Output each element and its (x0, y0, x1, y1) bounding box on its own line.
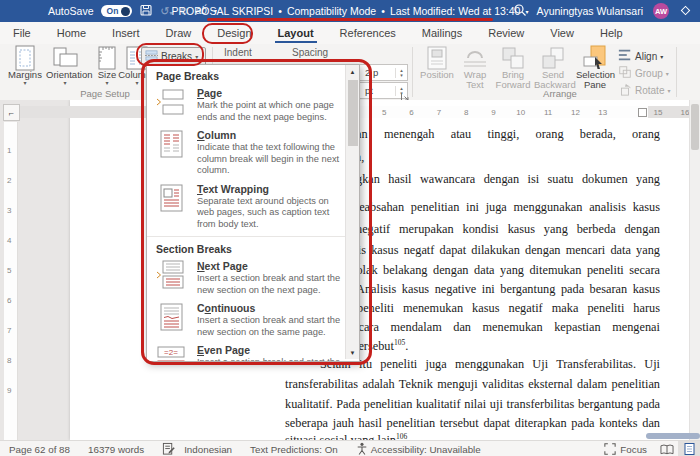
document-line: gkan hasil wawancara dengan isi suatu do… (356, 172, 660, 187)
chevron-down-icon: ▾ (46, 80, 84, 86)
text-wrapping-icon (156, 183, 186, 213)
tab-draw[interactable]: Draw (153, 22, 205, 44)
tab-design[interactable]: Design (204, 22, 264, 44)
focus-button[interactable]: Focus (595, 443, 656, 455)
autosave-toggle[interactable]: On (101, 5, 133, 17)
send-backward-button: Send Backward (534, 46, 572, 90)
title-separator-1: • (278, 5, 282, 17)
breaks-button-label: Breaks (161, 51, 192, 62)
chevron-down-icon: ▾ (6, 80, 44, 86)
redo-icon[interactable]: ↻ (180, 6, 189, 17)
align-icon (618, 48, 632, 64)
print-layout-view-button[interactable] (678, 441, 700, 456)
save-icon[interactable] (139, 3, 153, 19)
menu-item-text-wrapping[interactable]: Text WrappingSeparate text around object… (147, 180, 345, 234)
tab-selector-button[interactable]: ⌐ (3, 104, 20, 121)
selection-pane-icon (576, 46, 614, 70)
spelling-icon[interactable]: ab́ (196, 6, 207, 16)
tab-references[interactable]: References (327, 22, 409, 44)
selection-pane-button[interactable]: Selection Pane (576, 46, 614, 90)
bring-forward-button: Bring Forward (494, 46, 532, 90)
indent-column-label: Indent (224, 47, 252, 58)
group-icon (618, 65, 632, 81)
orientation-icon (46, 46, 84, 70)
menu-item-column[interactable]: ColumnIndicate that the text following t… (147, 126, 345, 180)
tab-review[interactable]: Review (475, 22, 537, 44)
margins-button[interactable]: Margins▾ (6, 46, 44, 90)
tab-view[interactable]: View (537, 22, 587, 44)
tab-mailings[interactable]: Mailings (409, 22, 475, 44)
ribbon-tabs: FileHomeInsertDrawDesignLayoutReferences… (0, 22, 700, 44)
align-button[interactable]: Align▾ (618, 48, 674, 64)
accessibility-icon[interactable] (347, 442, 371, 456)
orientation-button[interactable]: Orientation▾ (46, 46, 84, 90)
ribbon-options-icon[interactable] (679, 4, 692, 19)
document-line: sis kasus negatf dapat dilakukan dengan … (353, 243, 660, 258)
arrange-group-label: Arrange (480, 88, 640, 99)
autosave-label: AutoSave (48, 5, 94, 17)
user-name[interactable]: Ayuningtyas Wulansari (537, 5, 643, 17)
document-line: keabsahan penelitian ini juga menggunaka… (353, 200, 660, 215)
menu-item-page[interactable]: PageMark the point at which one page end… (147, 84, 345, 126)
breaks-dropdown-menu: Page BreaksPageMark the point at which o… (146, 64, 360, 362)
document-line: tolak belakang dengan data yang ditemuka… (353, 263, 660, 278)
document-line: Selain itu peneliti juga menggunakan Uji… (320, 357, 660, 372)
menu-item-continuous[interactable]: ContinuousInsert a section break and sta… (147, 299, 345, 341)
document-line: ecara mendalam dan menemukan kepastian m… (353, 320, 660, 335)
menu-scroll-up-icon[interactable]: ▲ (346, 65, 359, 78)
menu-item-even-page[interactable]: =2==4=Even PageInsert a section break an… (147, 341, 345, 362)
document-line: peneliti menemukan kasus negatif maka pe… (357, 301, 660, 316)
language-indicator[interactable]: Indonesian (184, 444, 241, 455)
position-icon (418, 46, 456, 70)
menu-scroll-down-icon[interactable]: ▼ (346, 346, 359, 359)
title-bar: AutoSave On ↺▾ ↻ ab́ ▾ PROPOSAL SKRIPSI … (0, 0, 700, 22)
tab-help[interactable]: Help (587, 22, 636, 44)
word-window: AutoSave On ↺▾ ↻ ab́ ▾ PROPOSAL SKRIPSI … (0, 0, 700, 456)
spacing-before-spinner[interactable]: ▴▾ (395, 68, 407, 78)
word-count-indicator[interactable]: 16379 words (79, 444, 153, 455)
vertical-ruler[interactable]: 123456789 (4, 122, 18, 440)
menu-scrollbar[interactable]: ▲ ▼ (345, 65, 359, 359)
menu-scrollbar-thumb[interactable] (348, 80, 358, 146)
undo-icon[interactable]: ↺▾ (160, 6, 172, 17)
search-icon[interactable] (513, 3, 527, 19)
proofing-icon[interactable] (153, 442, 184, 456)
svg-text:=2=: =2= (164, 348, 178, 357)
svg-text:=4=: =4= (164, 362, 178, 363)
compatibility-mode-badge: Compatibility Mode (287, 5, 376, 17)
right-indent-marker[interactable] (638, 108, 647, 117)
menu-item-next-page[interactable]: Next PageInsert a section break and star… (147, 257, 345, 299)
tab-file[interactable]: File (0, 22, 44, 44)
document-line: seberapa jauh hasil penelitian tersebut … (285, 416, 660, 431)
document-line: tersebut105. (355, 338, 408, 354)
accessibility-indicator[interactable]: Accessibility: Unavailable (371, 444, 490, 455)
last-modified-label: Last Modified: Wed at 13:40 (390, 5, 521, 17)
horizontal-scrollbar-thumb[interactable] (646, 433, 700, 439)
vertical-scrollbar[interactable] (689, 100, 700, 440)
autosave-knob (121, 7, 130, 16)
title-separator-2: • (381, 5, 385, 17)
position-button: Position (418, 46, 456, 90)
qat-customize-icon[interactable]: ▾ (214, 8, 217, 14)
tab-insert[interactable]: Insert (99, 22, 153, 44)
breaks-icon (145, 49, 158, 64)
bring-forward-icon (494, 46, 532, 70)
next-page-icon (156, 260, 186, 290)
even-page-icon: =2==4= (156, 344, 186, 362)
page-number-indicator[interactable]: Page 62 of 88 (0, 444, 79, 455)
wrap-text-button: Wrap Text (456, 46, 494, 90)
focus-icon (604, 443, 616, 455)
document-line: an menengah atau tinggi, orang berada, o… (356, 127, 660, 142)
text-predictions-indicator[interactable]: Text Predictions: On (241, 444, 347, 455)
status-bar: Page 62 of 88 16379 words Indonesian Tex… (0, 440, 700, 456)
vertical-scrollbar-thumb[interactable] (691, 104, 699, 150)
tab-home[interactable]: Home (44, 22, 99, 44)
avatar[interactable]: AW (653, 3, 669, 19)
margins-icon (6, 46, 44, 70)
column-break-icon (156, 129, 186, 159)
autosave-state: On (107, 6, 119, 16)
menu-section-header-page-breaks: Page Breaks (147, 65, 345, 84)
read-mode-view-button[interactable] (656, 441, 678, 456)
tab-layout[interactable]: Layout (265, 22, 327, 44)
group-button: Group▾ (618, 65, 674, 81)
